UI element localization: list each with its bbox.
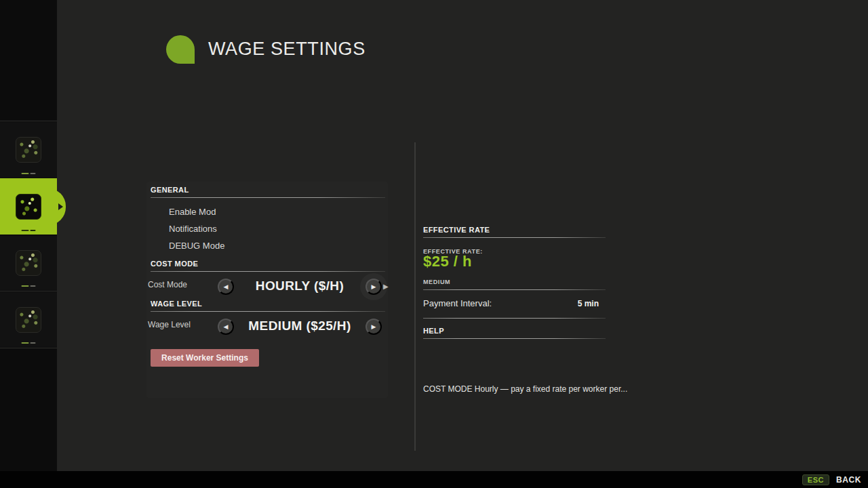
section-title-help: HELP — [423, 327, 444, 335]
cost-mode-label: Cost Mode — [148, 280, 187, 289]
section-underline — [423, 289, 606, 290]
section-underline — [151, 271, 385, 272]
sidebar-divider — [0, 121, 57, 121]
mod-thumbnail-icon — [16, 137, 41, 163]
wage-level-next-button[interactable]: ▶ — [366, 319, 382, 335]
selection-bump — [48, 188, 66, 225]
mod-thumbnail-icon — [16, 307, 41, 333]
payment-interval-value: 5 min — [578, 299, 599, 308]
setting-item-enable-mod[interactable]: Enable Mod — [169, 207, 216, 217]
mod-caption — [22, 173, 36, 174]
mouse-cursor-icon: ▶ — [383, 283, 389, 290]
mod-thumbnail-icon — [16, 250, 41, 276]
cost-mode-prev-button[interactable]: ◀ — [218, 279, 234, 295]
section-title-effective-rate: EFFECTIVE RATE — [423, 226, 490, 234]
wage-settings-screen: WAGE SETTINGS GENERAL Enable Mod Notific… — [0, 0, 868, 488]
section-underline — [151, 311, 385, 312]
cost-mode-next-button[interactable]: ▶ — [366, 279, 382, 295]
sidebar-item-mod-3[interactable] — [0, 236, 57, 290]
effective-rate-value: $25 / h — [423, 253, 472, 270]
payment-interval-label: Payment Interval: — [423, 298, 492, 308]
mod-thumbnail-icon — [16, 194, 41, 220]
sidebar-item-mod-1[interactable] — [0, 122, 57, 178]
sidebar-divider — [0, 291, 57, 291]
section-underline — [423, 338, 606, 339]
mod-leaf-icon — [166, 35, 195, 64]
section-underline — [423, 318, 606, 319]
page-title: WAGE SETTINGS — [208, 39, 366, 60]
footer-bar: ESC BACK — [0, 471, 868, 488]
cost-mode-value: HOURLY ($/H) — [239, 279, 361, 293]
help-description: COST MODE Hourly — pay a fixed rate per … — [423, 384, 627, 394]
mod-sidebar — [0, 0, 57, 488]
reset-worker-settings-button[interactable]: Reset Worker Settings — [151, 349, 259, 367]
selection-arrow-icon — [58, 203, 63, 210]
back-button[interactable]: BACK — [836, 475, 861, 485]
section-title-cost-mode: COST MODE — [151, 260, 198, 268]
sidebar-item-mod-4[interactable] — [0, 292, 57, 347]
setting-item-debug-mode[interactable]: DEBUG Mode — [169, 241, 224, 251]
panel-divider — [414, 142, 416, 451]
section-underline — [423, 237, 606, 238]
esc-key-badge[interactable]: ESC — [802, 474, 829, 485]
sidebar-item-mod-2-selected[interactable] — [0, 178, 57, 235]
wage-level-badge: MEDIUM — [423, 279, 450, 285]
mod-caption — [22, 285, 36, 287]
setting-item-notifications[interactable]: Notifications — [169, 224, 217, 234]
wage-level-value: MEDIUM ($25/H) — [239, 319, 361, 333]
wage-level-label: Wage Level — [148, 320, 191, 329]
mod-caption — [22, 342, 36, 344]
wage-level-prev-button[interactable]: ◀ — [218, 319, 234, 335]
section-title-general: GENERAL — [151, 186, 189, 194]
mod-caption — [22, 230, 36, 231]
sidebar-divider — [0, 348, 57, 348]
section-underline — [151, 197, 385, 198]
section-title-wage-level: WAGE LEVEL — [151, 300, 202, 308]
